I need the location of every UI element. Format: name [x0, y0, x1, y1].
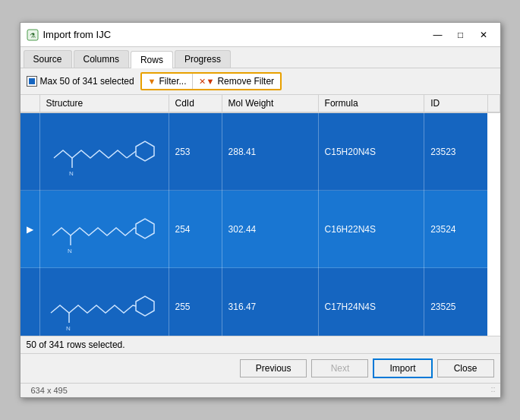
import-button[interactable]: Import — [373, 358, 432, 378]
main-window: ⚗ Import from IJC — □ ✕ Source Columns R… — [20, 22, 501, 398]
filter-button[interactable]: ▼ Filter... — [142, 74, 194, 89]
tab-progress[interactable]: Progress — [175, 50, 231, 68]
id-cell: 23523 — [424, 112, 487, 191]
id-cell: 23525 — [424, 268, 487, 336]
title-bar-left: ⚗ Import from IJC — [27, 29, 112, 41]
col-header-formula[interactable]: Formula — [318, 95, 424, 112]
app-icon: ⚗ — [27, 29, 39, 41]
row-arrow-cell — [20, 268, 40, 336]
maximize-button[interactable]: □ — [450, 27, 471, 43]
col-header-cdid[interactable]: CdId — [169, 95, 222, 112]
mol-weight-cell: 316.47 — [222, 268, 318, 336]
data-table: Structure CdId Mol Weight Formula ID — [20, 95, 500, 336]
col-header-mol-weight[interactable]: Mol Weight — [222, 95, 318, 112]
next-button[interactable]: Next — [311, 359, 368, 377]
filter-label: Filter... — [159, 76, 186, 87]
cdid-cell: 255 — [169, 268, 222, 336]
col-header-selector — [20, 95, 40, 112]
status-bar: 50 of 341 rows selected. — [20, 336, 500, 353]
window-title: Import from IJC — [43, 29, 112, 40]
formula-cell: C16H22N4S — [318, 191, 424, 268]
filter-icon: ▼ — [148, 77, 156, 86]
svg-marker-11 — [136, 296, 154, 316]
tab-bar: Source Columns Rows Progress — [20, 47, 500, 68]
remove-filter-icon: ✕▼ — [199, 77, 214, 87]
structure-cell: N — [39, 191, 169, 268]
table-row[interactable]: ▶ N 254 — [20, 191, 500, 268]
row-arrow-cell — [20, 112, 40, 191]
max-selected-label: Max 50 of 341 selected — [40, 76, 134, 87]
svg-text:N: N — [68, 248, 72, 254]
mol-weight-cell: 302.44 — [222, 191, 318, 268]
tab-columns[interactable]: Columns — [74, 50, 129, 68]
id-cell: 23524 — [424, 191, 487, 268]
svg-text:⚗: ⚗ — [30, 32, 36, 39]
structure-cell: N — [39, 268, 169, 336]
svg-marker-3 — [136, 141, 154, 161]
select-all-checkbox[interactable] — [27, 76, 37, 87]
footer: Previous Next Import Close — [20, 353, 500, 383]
tab-source[interactable]: Source — [24, 50, 72, 68]
svg-line-4 — [127, 151, 136, 158]
col-header-scrollbar-space — [487, 95, 500, 112]
col-header-id[interactable]: ID — [424, 95, 487, 112]
row-arrow-cell: ▶ — [20, 191, 40, 268]
svg-line-8 — [134, 228, 136, 229]
previous-button[interactable]: Previous — [240, 359, 307, 377]
data-table-container[interactable]: Structure CdId Mol Weight Formula ID — [20, 95, 500, 336]
formula-cell: C15H20N4S — [318, 112, 424, 191]
close-window-button[interactable]: ✕ — [473, 27, 494, 43]
row-active-indicator: ▶ — [27, 224, 33, 235]
max-selected-indicator: Max 50 of 341 selected — [27, 76, 134, 87]
toolbar: Max 50 of 341 selected ▼ Filter... ✕▼ Re… — [20, 68, 500, 95]
table-header-row: Structure CdId Mol Weight Formula ID — [20, 95, 500, 112]
svg-marker-7 — [136, 219, 154, 238]
structure-cell: N — [39, 112, 169, 191]
title-bar: ⚗ Import from IJC — □ ✕ — [20, 23, 500, 47]
window-size-label: 634 x 495 — [25, 384, 74, 396]
close-button[interactable]: Close — [437, 359, 494, 377]
resize-handle[interactable]: :: — [490, 384, 495, 396]
table-row[interactable]: N 253 288.41 C15H20N4S 23523 — [20, 112, 500, 191]
cdid-cell: 253 — [169, 112, 222, 191]
title-bar-controls: — □ ✕ — [427, 27, 494, 43]
mol-weight-cell: 288.41 — [222, 112, 318, 191]
formula-cell: C17H24N4S — [318, 268, 424, 336]
col-header-structure[interactable]: Structure — [39, 95, 169, 112]
remove-filter-label: Remove Filter — [217, 76, 274, 87]
cdid-cell: 254 — [169, 191, 222, 268]
svg-rect-2 — [29, 78, 35, 84]
filter-group: ▼ Filter... ✕▼ Remove Filter — [140, 72, 282, 90]
remove-filter-button[interactable]: ✕▼ Remove Filter — [193, 74, 280, 89]
svg-text:N: N — [69, 170, 74, 177]
status-text: 50 of 341 rows selected. — [27, 339, 125, 350]
svg-text:N: N — [66, 325, 71, 332]
tab-rows[interactable]: Rows — [131, 51, 173, 68]
minimize-button[interactable]: — — [427, 27, 449, 43]
table-row[interactable]: N 255 316.47 C17H24N4S 23525 — [20, 268, 500, 336]
